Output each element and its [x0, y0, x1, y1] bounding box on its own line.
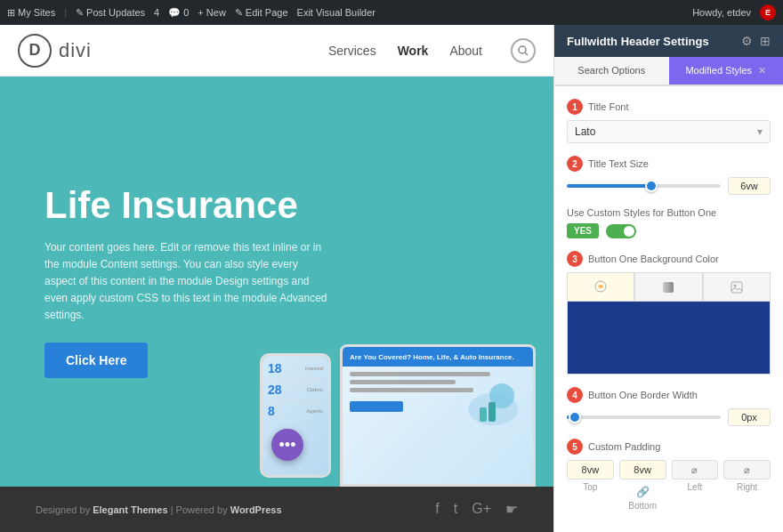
svg-rect-8 [731, 282, 742, 293]
fab-button[interactable]: ••• [271, 429, 303, 461]
designed-by-text: Designed by [36, 504, 93, 515]
step-4-number: 4 [572, 391, 577, 400]
hero-cta-button[interactable]: Click Here [44, 343, 148, 378]
new-label: + New [198, 7, 226, 18]
border-slider-thumb[interactable] [569, 411, 581, 423]
title-text-size-value[interactable]: 6vw [728, 177, 771, 195]
modified-styles-label: Modified Styles [685, 65, 752, 76]
btn-border-width-section: 4 Button One Border Width 0px [567, 387, 771, 426]
toggle-yes-label: YES [567, 223, 599, 238]
admin-my-sites[interactable]: ⊞ My Sites [7, 7, 55, 19]
settings-body: 1 Title Font Lato ▾ 2 Title Text Size [554, 86, 783, 532]
padding-grid: Top 🔗 Bottom Left [567, 460, 771, 511]
elegant-themes-link[interactable]: Elegant Themes [93, 504, 167, 515]
tab-modified-styles[interactable]: Modified Styles ✕ [669, 57, 784, 85]
tab-close-icon[interactable]: ✕ [758, 65, 766, 76]
tab-search-options[interactable]: Search Options [554, 57, 669, 85]
divi-nav-links: Services Work About [328, 38, 536, 63]
title-text-size-slider-row: 6vw [567, 177, 771, 195]
svg-point-0 [519, 46, 526, 53]
howdy-text: Howdy, etdev [692, 7, 751, 18]
step-5-number: 5 [572, 442, 577, 452]
svg-line-1 [525, 52, 528, 55]
hero-btn-label: Click Here [66, 353, 126, 367]
twitter-icon[interactable]: t [454, 501, 457, 518]
rss-icon[interactable]: ☛ [505, 501, 518, 518]
title-font-text: Title Font [588, 101, 628, 112]
avatar-letter: E [765, 8, 771, 17]
footer: Designed by Elegant Themes | Powered by … [0, 487, 553, 532]
settings-gear-icon[interactable]: ⚙ [741, 34, 753, 48]
toggle-switch[interactable] [606, 224, 636, 238]
nav-link-about[interactable]: About [449, 44, 482, 58]
step-4-badge: 4 [567, 387, 583, 403]
preview-container: D divi Services Work About Life Insuranc… [0, 25, 553, 532]
font-select-dropdown[interactable]: Lato ▾ [567, 120, 771, 143]
title-font-section: 1 Title Font Lato ▾ [567, 99, 771, 143]
btn-border-width-value[interactable]: 0px [728, 408, 771, 426]
color-tab-gradient[interactable] [634, 272, 702, 301]
hero-title: Life Insurance [44, 185, 329, 226]
toggle-yes-text: YES [574, 226, 592, 236]
btn-bg-color-text: Button One Background Color [588, 254, 719, 264]
comment-count: 0 [183, 7, 189, 18]
padding-right-cell: Right [723, 460, 771, 511]
nav-link-work[interactable]: Work [398, 44, 429, 58]
padding-bottom-label: Bottom [628, 501, 657, 511]
link-icon: 🔗 [636, 486, 650, 498]
nav-link-services[interactable]: Services [328, 44, 376, 58]
padding-left-input[interactable] [672, 460, 719, 480]
admin-edit-page[interactable]: ✎ Edit Page [235, 7, 288, 19]
wordpress-link[interactable]: WordPress [230, 504, 282, 515]
edit-page-label: Edit Page [246, 7, 288, 18]
btn-border-width-slider[interactable] [567, 415, 721, 419]
settings-layout-icon[interactable]: ⊞ [760, 34, 771, 48]
search-icon[interactable] [511, 38, 536, 63]
title-text-size-label: 2 Title Text Size [567, 156, 771, 172]
update-badge: 4 [154, 7, 159, 18]
color-tab-image[interactable] [703, 272, 771, 301]
padding-top-input[interactable] [567, 460, 614, 480]
settings-header-icons: ⚙ ⊞ [741, 34, 771, 48]
settings-tabs: Search Options Modified Styles ✕ [554, 57, 783, 86]
settings-panel: Fullwidth Header Settings ⚙ ⊞ Search Opt… [553, 25, 783, 532]
admin-new[interactable]: + New [198, 7, 226, 18]
admin-howdy: Howdy, etdev [692, 7, 751, 18]
phone-mockup: 18 Insured 28 Claims 8 Agents [260, 353, 331, 478]
padding-bottom-cell: 🔗 Bottom [619, 460, 666, 511]
admin-exit-builder[interactable]: Exit Visual Builder [297, 7, 375, 18]
color-preview[interactable] [567, 302, 771, 375]
padding-right-input[interactable] [723, 460, 771, 480]
custom-styles-text: Use Custom Styles for Button One [567, 207, 716, 218]
facebook-icon[interactable]: f [435, 501, 439, 518]
comment-icon: 💬 [168, 7, 181, 19]
step-3-badge: 3 [567, 251, 583, 267]
color-picker-tabs [567, 272, 771, 302]
gplus-icon[interactable]: G+ [472, 501, 491, 518]
settings-header: Fullwidth Header Settings ⚙ ⊞ [554, 25, 783, 57]
btn-border-width-text: Button One Border Width [588, 390, 698, 400]
title-text-size-slider[interactable] [567, 184, 721, 188]
slider-thumb[interactable] [645, 180, 658, 192]
slider-fill [567, 184, 651, 188]
admin-post-updates[interactable]: ✎ Post Updates [76, 7, 145, 19]
title-font-label: 1 Title Font [567, 99, 771, 115]
search-options-label: Search Options [577, 65, 645, 76]
footer-left: Designed by Elegant Themes | Powered by … [36, 504, 282, 515]
hero-image: 18 Insured 28 Claims 8 Agents [260, 344, 536, 487]
hero-illustration [462, 374, 524, 436]
edit-icon: ✎ [235, 7, 243, 19]
avatar[interactable]: E [760, 4, 776, 20]
color-tab-solid[interactable] [567, 272, 634, 301]
divi-logo[interactable]: D divi [18, 34, 92, 68]
fab-icon: ••• [279, 436, 296, 455]
admin-update-count[interactable]: 4 [154, 7, 159, 18]
post-icon: ✎ [76, 7, 84, 19]
admin-comments[interactable]: 💬 0 [168, 7, 189, 19]
logo-text: divi [59, 39, 92, 62]
laptop-mockup: Are You Covered? Home, Life, & Auto Insu… [340, 344, 536, 487]
laptop-screen: Are You Covered? Home, Life, & Auto Insu… [343, 347, 533, 484]
phone-num-1: 18 [268, 361, 282, 375]
phone-num-3: 8 [268, 404, 275, 418]
padding-bottom-input[interactable] [619, 460, 666, 480]
